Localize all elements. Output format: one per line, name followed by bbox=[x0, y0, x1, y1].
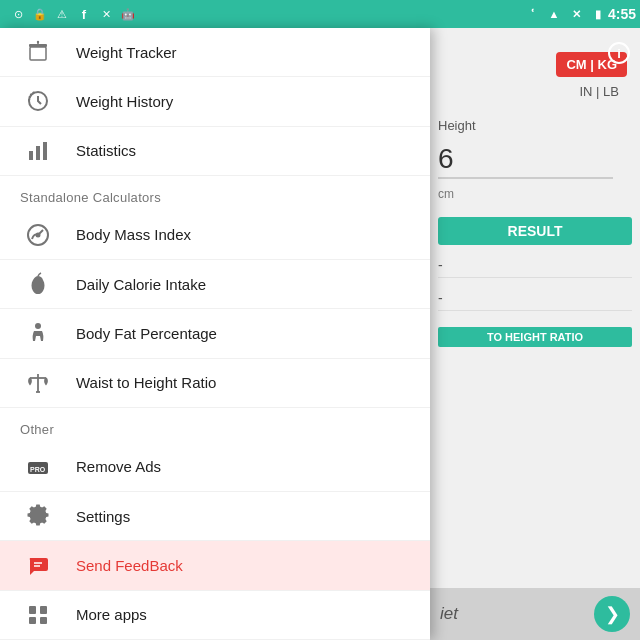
waist-height-label: Waist to Height Ratio bbox=[76, 374, 216, 391]
weight-tracker-label: Weight Tracker bbox=[76, 44, 177, 61]
ad-bar: iet ❯ bbox=[430, 588, 640, 640]
result-btn[interactable]: RESULT bbox=[438, 217, 632, 245]
bluetooth-icon: ʿ︎ bbox=[524, 6, 540, 22]
statistics-label: Statistics bbox=[76, 142, 136, 159]
weight-history-label: Weight History bbox=[76, 93, 173, 110]
circle-icon: ⊙ bbox=[10, 6, 26, 22]
drawer-item-bmi[interactable]: Body Mass Index bbox=[0, 211, 430, 260]
drawer-item-weight-tracker[interactable]: Weight Tracker bbox=[0, 28, 430, 77]
svg-rect-1 bbox=[30, 47, 46, 60]
time: 4:55 bbox=[614, 6, 630, 22]
drawer-item-feedback[interactable]: Send FeedBack bbox=[0, 541, 430, 590]
person-icon bbox=[20, 315, 56, 351]
green-bar-label: TO HEIGHT RATIO bbox=[438, 327, 632, 347]
balance-icon bbox=[20, 365, 56, 401]
settings-label: Settings bbox=[76, 508, 130, 525]
facebook-icon: f bbox=[76, 6, 92, 22]
drawer-item-calorie[interactable]: Daily Calorie Intake bbox=[0, 260, 430, 309]
bar-chart-icon bbox=[20, 133, 56, 169]
history-icon bbox=[20, 83, 56, 119]
field-unit: cm bbox=[438, 187, 632, 201]
field-value: 6 bbox=[438, 143, 613, 179]
ad-text: iet bbox=[440, 604, 458, 624]
drawer-item-more-apps[interactable]: More apps bbox=[0, 591, 430, 640]
svg-rect-19 bbox=[29, 606, 36, 614]
status-bar: ⊙ 🔒 ⚠ f ✕ 🤖 ʿ︎ ▲ ✕ ▮ 4:55 bbox=[0, 0, 640, 28]
unit-btn-row: CM | KG IN | LB bbox=[438, 38, 632, 102]
scale-icon bbox=[20, 34, 56, 70]
battery-icon: ▮ bbox=[590, 6, 606, 22]
body-fat-label: Body Fat Percentage bbox=[76, 325, 217, 342]
drawer-item-weight-history[interactable]: Weight History bbox=[0, 77, 430, 126]
svg-rect-22 bbox=[40, 617, 47, 624]
svg-point-10 bbox=[35, 323, 41, 329]
section-other: Other bbox=[0, 408, 430, 443]
remove-ads-label: Remove Ads bbox=[76, 458, 161, 475]
ad-arrow-btn[interactable]: ❯ bbox=[594, 596, 630, 632]
feedback-label: Send FeedBack bbox=[76, 557, 183, 574]
pro-badge-icon: PRO bbox=[20, 449, 56, 485]
right-panel-content: CM | KG IN | LB Height 6 cm RESULT - - T… bbox=[430, 28, 640, 357]
svg-text:PRO: PRO bbox=[30, 466, 46, 473]
drawer-item-remove-ads[interactable]: PRO Remove Ads bbox=[0, 443, 430, 492]
svg-rect-7 bbox=[43, 142, 47, 160]
more-apps-label: More apps bbox=[76, 606, 147, 623]
drawer: Weight Tracker Weight History bbox=[0, 28, 430, 640]
svg-rect-20 bbox=[40, 606, 47, 614]
svg-rect-5 bbox=[29, 151, 33, 160]
bmi-label: Body Mass Index bbox=[76, 226, 191, 243]
calorie-label: Daily Calorie Intake bbox=[76, 276, 206, 293]
drawer-item-waist-height[interactable]: Waist to Height Ratio bbox=[0, 359, 430, 408]
apple-icon bbox=[20, 266, 56, 302]
signal-icon: ✕ bbox=[568, 6, 584, 22]
alert-icon: ⚠ bbox=[54, 6, 70, 22]
tools-icon: ✕ bbox=[98, 6, 114, 22]
result-value-2: - bbox=[438, 286, 632, 311]
lock-icon: 🔒 bbox=[32, 6, 48, 22]
right-panel: i CM | KG IN | LB Height 6 cm RESULT - -… bbox=[430, 28, 640, 640]
unit-secondary-btn[interactable]: IN | LB bbox=[571, 81, 627, 102]
speedometer-icon bbox=[20, 217, 56, 253]
svg-point-3 bbox=[37, 41, 39, 43]
apps-icon bbox=[20, 597, 56, 633]
status-icons-left: ⊙ 🔒 ⚠ f ✕ 🤖 bbox=[10, 6, 136, 22]
svg-rect-6 bbox=[36, 146, 40, 160]
info-icon[interactable]: i bbox=[608, 42, 630, 64]
main-layout: Weight Tracker Weight History bbox=[0, 28, 640, 640]
drawer-item-statistics[interactable]: Statistics bbox=[0, 127, 430, 176]
chat-icon bbox=[20, 548, 56, 584]
gear-icon bbox=[20, 498, 56, 534]
result-value-1: - bbox=[438, 253, 632, 278]
android-icon: 🤖 bbox=[120, 6, 136, 22]
svg-rect-21 bbox=[29, 617, 36, 624]
field-label: Height bbox=[438, 110, 632, 135]
drawer-item-body-fat[interactable]: Body Fat Percentage bbox=[0, 309, 430, 358]
section-standalone-calculators: Standalone Calculators bbox=[0, 176, 430, 211]
drawer-item-settings[interactable]: Settings bbox=[0, 492, 430, 541]
wifi-icon: ▲ bbox=[546, 6, 562, 22]
status-icons-right: ʿ︎ ▲ ✕ ▮ 4:55 bbox=[524, 6, 630, 22]
